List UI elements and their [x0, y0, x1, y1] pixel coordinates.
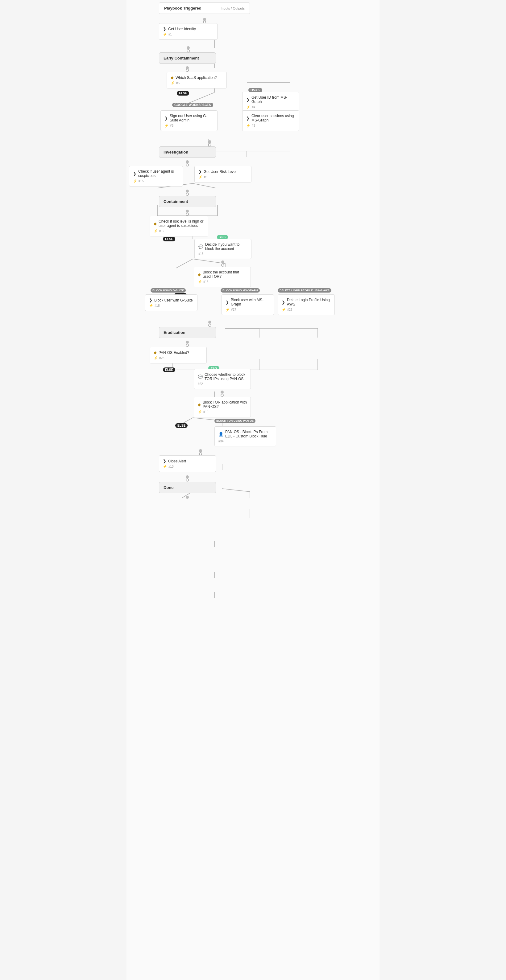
- diamond-icon-panos: ◆: [154, 350, 157, 355]
- inputs-outputs-label: Inputs / Outputs: [220, 6, 245, 10]
- lightning-icon-bmsgraph: ⚡: [225, 308, 230, 312]
- check-user-agent-id: #15: [139, 180, 144, 183]
- get-user-risk-node[interactable]: ❯ Get User Risk Level ⚡ #8: [195, 166, 251, 183]
- early-containment-node[interactable]: Early Containment: [159, 52, 216, 64]
- sign-out-gsuite-id: #6: [170, 124, 173, 127]
- canvas: Playbook Triggered Inputs / Outputs ❯ Ge…: [126, 0, 380, 980]
- block-msgraph-node[interactable]: ❯ Block user with MS-Graph ⚡ #17: [222, 294, 274, 315]
- diamond-icon-tor: ◆: [198, 272, 201, 277]
- delete-login-aws-label: Delete Login Profile Using AWS: [287, 298, 331, 306]
- block-gsuite-id: #18: [155, 304, 160, 307]
- done-label: Done: [163, 485, 174, 490]
- clear-user-sessions-id: #3: [252, 124, 255, 127]
- arrow-icon-bgsuite: ❯: [149, 298, 152, 302]
- check-user-agent-node[interactable]: ❯ Check if user agent is suspicious ⚡ #1…: [129, 166, 183, 186]
- lightning-icon-panos-enabled: ⚡: [154, 356, 158, 360]
- which-saas-id: #5: [176, 81, 180, 85]
- playbook-triggered-label: Playbook Triggered: [164, 6, 201, 11]
- delete-login-badge: DELETE LOGIN PROFILE USING AWS: [278, 288, 331, 293]
- arrow-icon-bmsgraph: ❯: [225, 300, 229, 305]
- lightning-icon-clear: ⚡: [246, 124, 251, 127]
- delete-login-aws-id: #25: [287, 308, 292, 311]
- diamond-icon-saas: ◆: [171, 75, 174, 80]
- get-user-id-msgraph-node[interactable]: ❯ Get User ID from MS-Graph ⚡ #4: [242, 92, 299, 113]
- lightning-icon-close: ⚡: [163, 465, 167, 469]
- block-tor-node[interactable]: ◆ Block the account that used TOR? ⚡ #16: [194, 267, 251, 287]
- containment-label: Containment: [163, 199, 188, 204]
- arrow-icon-msgraph: ❯: [246, 97, 250, 102]
- clear-user-sessions-node[interactable]: ❯ Clear user sessions using MS-Graph ⚡ #…: [242, 110, 299, 131]
- close-alert-id: #10: [168, 465, 174, 468]
- lightning-icon-bgsuite: ⚡: [149, 304, 153, 308]
- panos-enabled-label: PAN-OS Enabled?: [159, 350, 189, 355]
- panos-block-ips-node[interactable]: 👤 PAN-OS - Block IPs From EDL - Custom B…: [214, 426, 276, 446]
- get-user-risk-id: #8: [204, 175, 208, 179]
- check-risk-level-node[interactable]: ◆ Check if risk level is high or user ag…: [150, 216, 208, 237]
- choose-block-tor-id: #22: [198, 382, 203, 386]
- arrow-icon-gsuite: ❯: [164, 116, 168, 121]
- block-tor-panos-badge: BLOCK TOR USING PAN-OS: [214, 418, 255, 423]
- which-saas-node[interactable]: ◆ Which SaaS application? ⚡ #5: [167, 72, 227, 89]
- check-user-agent-label: Check if user agent is suspicious: [138, 169, 179, 178]
- investigation-node[interactable]: Investigation: [159, 146, 216, 158]
- clear-user-sessions-label: Clear user sessions using MS-Graph: [251, 114, 295, 123]
- get-user-identity-label: Get User Identity: [168, 27, 196, 31]
- block-gsuite-node[interactable]: ❯ Block user with G-Suite ⚡ #18: [145, 294, 198, 311]
- panos-enabled-node[interactable]: ◆ PAN-OS Enabled? ⚡ #23: [150, 347, 207, 363]
- block-msgraph-label: Block user with MS-Graph: [231, 298, 270, 306]
- get-user-identity-node[interactable]: ❯ Get User Identity ⚡ #1: [159, 23, 217, 40]
- decide-block-label: Decide if you want to block the account: [205, 242, 247, 251]
- lightning-icon-aws: ⚡: [282, 308, 286, 312]
- person-icon-panos: 👤: [219, 432, 223, 436]
- containment-node[interactable]: Containment: [159, 196, 216, 207]
- early-containment-label: Early Containment: [163, 56, 199, 60]
- check-risk-level-label: Check if risk level is high or user agen…: [159, 219, 204, 228]
- eradication-node[interactable]: Eradication: [159, 327, 216, 338]
- lightning-icon-saas: ⚡: [171, 81, 175, 85]
- get-user-risk-label: Get User Risk Level: [204, 170, 237, 174]
- block-msgraph-id: #17: [231, 308, 236, 311]
- lightning-icon-tor: ⚡: [198, 280, 202, 284]
- chat-icon-decide: 💬: [198, 245, 203, 249]
- arrow-icon: ❯: [163, 27, 166, 31]
- block-tor-label: Block the account that used TOR?: [203, 270, 247, 279]
- choose-block-tor-node[interactable]: 💬 Choose whether to block TOR IPs using …: [194, 369, 251, 389]
- lightning-icon-risk: ⚡: [198, 175, 203, 179]
- lightning-icon-msgraph: ⚡: [246, 105, 251, 109]
- get-user-id-msgraph-id: #4: [252, 105, 255, 109]
- block-tor-panos-label: Block TOR application with PAN-OS?: [203, 400, 247, 409]
- choose-block-tor-label: Choose whether to block TOR IPs using PA…: [204, 372, 247, 381]
- else-badge-risk: ELSE: [163, 237, 175, 241]
- playbook-triggered-node[interactable]: Playbook Triggered Inputs / Outputs: [159, 2, 250, 14]
- arrow-icon-close: ❯: [163, 459, 166, 463]
- sign-out-gsuite-label: Sign out User using G-Suite Admin: [170, 114, 214, 123]
- close-alert-label: Close Alert: [168, 459, 186, 463]
- done-node[interactable]: Done: [159, 482, 216, 493]
- block-tor-panos-node[interactable]: ◆ Block TOR application with PAN-OS? ⚡ #…: [194, 397, 251, 417]
- lightning-icon-panos-tor: ⚡: [198, 410, 202, 414]
- diamond-icon-panos-tor: ◆: [198, 402, 201, 407]
- arrow-icon-risk: ❯: [198, 169, 202, 174]
- panos-block-ips-id: #34: [219, 440, 224, 443]
- delete-login-aws-node[interactable]: ❯ Delete Login Profile Using AWS ⚡ #25: [278, 294, 335, 315]
- else-badge-1: ELSE: [177, 91, 189, 95]
- block-tor-id: #16: [203, 280, 209, 283]
- lightning-icon-agent: ⚡: [133, 179, 137, 183]
- arrow-icon-clear: ❯: [246, 116, 250, 121]
- block-gsuite-label: Block user with G-Suite: [154, 298, 193, 302]
- lightning-icon-1: ⚡: [163, 32, 167, 37]
- arrow-icon-aws: ❯: [282, 300, 285, 305]
- get-user-id-msgraph-label: Get User ID from MS-Graph: [251, 95, 295, 104]
- chat-icon-tor: 💬: [198, 375, 203, 379]
- lightning-icon-gsuite: ⚡: [164, 124, 169, 127]
- decide-block-node[interactable]: 💬 Decide if you want to block the accoun…: [195, 239, 251, 259]
- block-tor-panos-id: #19: [203, 410, 209, 414]
- eradication-label: Eradication: [163, 330, 185, 335]
- decide-block-id: #13: [198, 252, 204, 256]
- else-badge-panos-tor: ELSE: [175, 423, 188, 428]
- block-msgraph-badge: BLOCK USING MS-GRAPH: [220, 288, 260, 293]
- close-alert-node[interactable]: ❯ Close Alert ⚡ #10: [159, 455, 216, 472]
- diamond-icon-risk: ◆: [154, 221, 157, 226]
- block-gsuite-badge: BLOCK USING G-SUITE: [150, 288, 186, 293]
- sign-out-gsuite-node[interactable]: ❯ Sign out User using G-Suite Admin ⚡ #6: [160, 110, 217, 131]
